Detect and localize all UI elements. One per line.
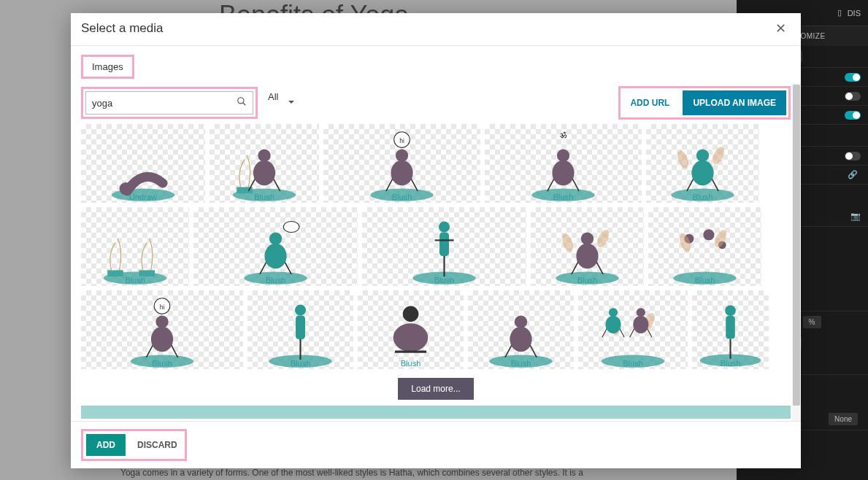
thumbnail-source-label: Blush: [401, 359, 421, 368]
thumbnail-source-label: Blush: [695, 276, 715, 284]
thumbnail-illustration: [362, 207, 526, 286]
thumbnail-illustration: [692, 290, 769, 369]
svg-point-35: [595, 228, 612, 249]
svg-text:hi: hi: [160, 303, 165, 311]
thumbnail-illustration: [646, 124, 759, 203]
thumbnail-illustration: ॐ: [485, 124, 642, 203]
svg-point-37: [581, 233, 594, 245]
modal-footer: ADD DISCARD: [71, 421, 801, 468]
thumbnail[interactable]: Blush: [648, 207, 761, 286]
thumbnail[interactable]: hiBlush: [81, 290, 243, 369]
ad-toggle[interactable]: [845, 73, 861, 82]
percent-plus-icon[interactable]: %: [803, 316, 821, 328]
thumbnail-source-label: Blush: [434, 276, 455, 284]
svg-point-12: [391, 160, 412, 186]
upload-image-button[interactable]: UPLOAD AN IMAGE: [683, 90, 786, 115]
svg-point-16: [552, 160, 574, 186]
teal-divider: [81, 406, 791, 419]
svg-point-6: [258, 150, 270, 162]
svg-point-64: [637, 308, 645, 317]
thumbnail-source-label: Blush: [511, 359, 531, 368]
thumbnail[interactable]: Undraw: [81, 124, 205, 203]
svg-point-49: [151, 327, 173, 352]
mobile-icon[interactable]: ▯: [837, 8, 842, 18]
thumbnail-source-label: Blush: [553, 193, 574, 201]
svg-point-58: [510, 327, 531, 352]
toggle-3[interactable]: [845, 111, 861, 120]
thumbnail[interactable]: Blush: [358, 290, 464, 369]
svg-point-57: [515, 316, 527, 328]
thumbnail[interactable]: Blush: [210, 124, 319, 203]
svg-point-48: [155, 316, 168, 328]
svg-rect-52: [296, 316, 305, 339]
thumbnail[interactable]: Blush: [531, 207, 644, 286]
modal-scrollbar-thumb[interactable]: [793, 85, 800, 406]
search-filter-row: All ADD URL UPLOAD AN IMAGE: [81, 86, 791, 120]
thumbnail[interactable]: ॐBlush: [485, 124, 642, 203]
search-icon[interactable]: [231, 96, 253, 109]
thumbnail[interactable]: Blush: [646, 124, 759, 203]
thumbnail[interactable]: Blush: [81, 207, 189, 286]
svg-point-38: [576, 244, 598, 269]
svg-point-30: [439, 221, 450, 232]
toggle-2[interactable]: [845, 92, 861, 101]
thumbnail-source-label: Undraw: [129, 193, 157, 201]
thumbnail-illustration: [247, 290, 353, 369]
thumbnail-illustration: [81, 124, 205, 203]
svg-point-7: [253, 160, 275, 186]
upload-highlight: ADD URL UPLOAD AN IMAGE: [618, 86, 791, 120]
thumbnail-illustration: [81, 207, 189, 286]
thumbnail[interactable]: Blush: [578, 290, 688, 369]
modal-header: Select a media ✕: [71, 13, 801, 46]
link-icon[interactable]: 🔗: [848, 170, 858, 179]
svg-point-51: [295, 304, 306, 315]
thumbnail-source-label: Blush: [577, 276, 598, 284]
thumbnail-illustration: [648, 207, 761, 286]
svg-text:hi: hi: [399, 137, 404, 144]
thumbnail[interactable]: Blush: [692, 290, 769, 369]
tab-images[interactable]: Images: [81, 55, 134, 79]
thumbnail-source-label: Blush: [254, 193, 274, 201]
shadow-select[interactable]: None: [829, 413, 858, 425]
svg-point-40: [703, 229, 714, 240]
thumbnail-source-label: Blush: [721, 359, 741, 368]
svg-point-55: [393, 323, 429, 352]
search-input[interactable]: [86, 98, 231, 109]
thumbnail-source-label: Blush: [266, 276, 286, 284]
thumbnail[interactable]: hiBlush: [323, 124, 480, 203]
search-highlight: [81, 87, 258, 119]
svg-point-34: [560, 232, 575, 253]
search-box: [85, 91, 253, 115]
svg-point-62: [609, 308, 618, 317]
modal-scroll-area: Images All: [71, 46, 801, 421]
discard-button[interactable]: DISCARD: [133, 434, 182, 456]
thumbnail[interactable]: Blush: [247, 290, 353, 369]
thumbnail[interactable]: Blush: [468, 290, 574, 369]
svg-point-18: [710, 145, 727, 166]
thumbnail-illustration: [578, 290, 688, 369]
add-button[interactable]: ADD: [86, 434, 126, 456]
camera-icon[interactable]: 📷: [850, 212, 861, 221]
footer-highlight: ADD DISCARD: [81, 429, 187, 461]
thumbnail-illustration: [531, 207, 644, 286]
thumbnail-source-label: Blush: [125, 276, 145, 284]
thumbnail[interactable]: Blush: [193, 207, 358, 286]
load-more-button[interactable]: Load more...: [398, 378, 473, 400]
left-controls: All: [81, 87, 300, 119]
close-icon[interactable]: ✕: [775, 20, 786, 36]
modal-scrollbar[interactable]: [792, 83, 801, 421]
thumbnail[interactable]: Blush: [362, 207, 526, 286]
thumbnail-source-label: Blush: [392, 193, 412, 201]
thumbnail-illustration: [358, 290, 464, 369]
svg-line-1: [243, 103, 246, 106]
svg-point-67: [725, 305, 736, 316]
add-url-button[interactable]: ADD URL: [623, 92, 677, 114]
thumbnail-source-label: Blush: [291, 359, 311, 368]
source-filter[interactable]: All: [262, 91, 300, 115]
svg-point-15: [557, 150, 569, 162]
svg-point-20: [696, 150, 709, 162]
svg-rect-68: [726, 316, 735, 339]
svg-point-43: [713, 228, 729, 249]
toggle-4[interactable]: [845, 152, 861, 160]
svg-rect-31: [439, 233, 449, 256]
